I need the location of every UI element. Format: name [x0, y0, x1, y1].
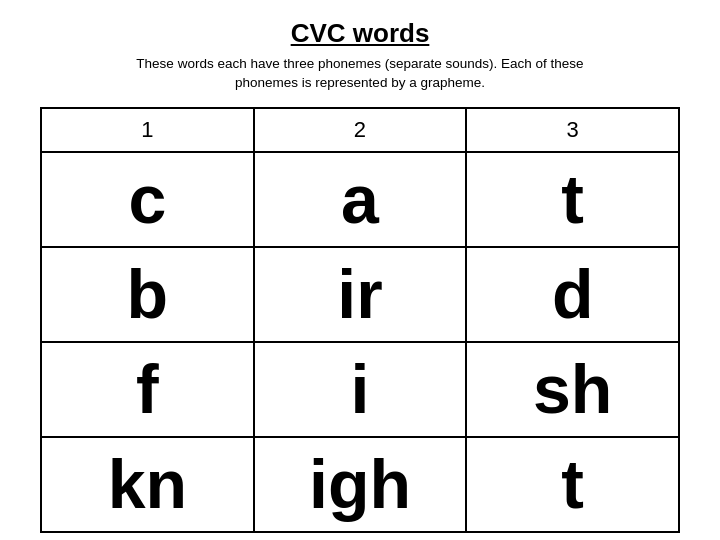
cell-r3-c2: t — [466, 437, 679, 532]
table-row: cat — [41, 152, 679, 247]
cvc-table: 1 2 3 catbirdfishknight — [40, 107, 680, 533]
subtitle: These words each have three phonemes (se… — [136, 55, 583, 93]
cell-r3-c0: kn — [41, 437, 254, 532]
cell-r2-c0: f — [41, 342, 254, 437]
table-row: knight — [41, 437, 679, 532]
cell-r0-c0: c — [41, 152, 254, 247]
cell-r3-c1: igh — [254, 437, 467, 532]
subtitle-line2: phonemes is represented by a grapheme. — [235, 75, 485, 90]
table-row: bird — [41, 247, 679, 342]
cell-r2-c2: sh — [466, 342, 679, 437]
cell-r1-c2: d — [466, 247, 679, 342]
header-col1: 1 — [41, 108, 254, 152]
table-header-row: 1 2 3 — [41, 108, 679, 152]
cell-r0-c1: a — [254, 152, 467, 247]
cell-r2-c1: i — [254, 342, 467, 437]
header-col3: 3 — [466, 108, 679, 152]
cell-r0-c2: t — [466, 152, 679, 247]
page-title: CVC words — [291, 18, 430, 49]
subtitle-line1: These words each have three phonemes (se… — [136, 56, 583, 71]
cell-r1-c1: ir — [254, 247, 467, 342]
table-row: fish — [41, 342, 679, 437]
header-col2: 2 — [254, 108, 467, 152]
cell-r1-c0: b — [41, 247, 254, 342]
